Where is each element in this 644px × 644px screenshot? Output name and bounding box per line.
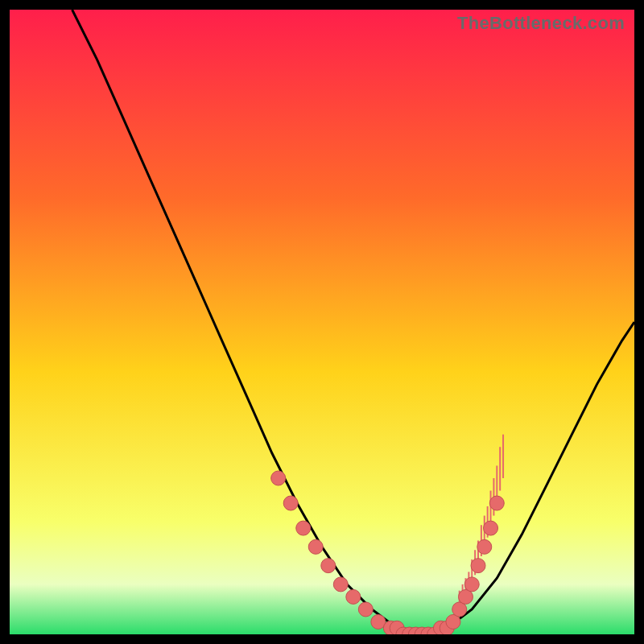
marker-left [333, 577, 348, 592]
marker-left [358, 602, 373, 617]
heat-gradient-background [10, 10, 634, 634]
bottleneck-chart [10, 10, 634, 634]
marker-left [346, 589, 361, 604]
marker-left [271, 471, 286, 485]
chart-frame: TheBottleneck.com [10, 10, 634, 634]
watermark-text: TheBottleneck.com [457, 13, 625, 34]
marker-right [484, 521, 498, 535]
marker-left [321, 559, 336, 573]
marker-right [489, 496, 504, 510]
marker-left [296, 521, 311, 535]
marker-right [464, 577, 479, 592]
marker-right [471, 559, 485, 573]
marker-left [308, 539, 323, 554]
marker-right [477, 539, 492, 554]
marker-left [283, 496, 298, 510]
